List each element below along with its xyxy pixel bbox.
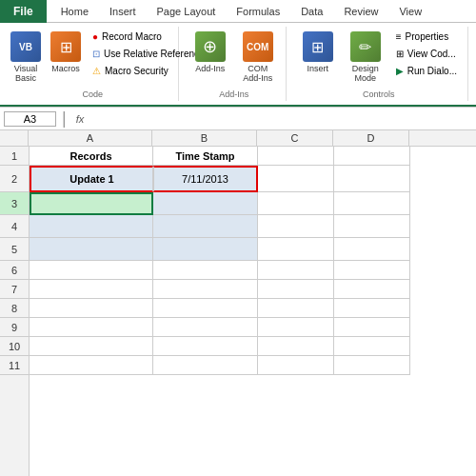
row-header-2[interactable]: 2 [0, 166, 29, 192]
cell-D3[interactable] [334, 192, 410, 215]
column-headers: A B C D [0, 130, 476, 147]
macros-button[interactable]: ⊞ Macros [48, 27, 84, 78]
table-row [30, 238, 476, 261]
cell-C10[interactable] [258, 337, 334, 356]
row-header-9[interactable]: 9 [0, 318, 29, 337]
cell-A10[interactable] [30, 337, 153, 356]
cell-D11[interactable] [334, 356, 410, 375]
properties-icon: ≡ [396, 31, 402, 42]
cell-C3[interactable] [258, 192, 334, 215]
cell-D10[interactable] [334, 337, 410, 356]
cell-A1[interactable]: Records [30, 147, 153, 166]
row-header-8[interactable]: 8 [0, 299, 29, 318]
cell-D1[interactable] [334, 147, 410, 166]
cell-B5[interactable] [153, 238, 258, 261]
visual-basic-button[interactable]: VB VisualBasic [8, 27, 44, 88]
run-dialog-label: Run Dialo... [407, 66, 457, 76]
com-add-ins-icon: COM [243, 31, 273, 62]
corner-spacer [0, 130, 29, 146]
cell-B8[interactable] [153, 299, 258, 318]
com-add-ins-button[interactable]: COM COMAdd-Ins [236, 27, 280, 88]
cell-C4[interactable] [258, 215, 334, 238]
col-header-C[interactable]: C [257, 130, 333, 146]
row-header-5[interactable]: 5 [0, 238, 29, 261]
cell-D2[interactable] [334, 166, 410, 192]
cell-B11[interactable] [153, 356, 258, 375]
cell-D4[interactable] [334, 215, 410, 238]
properties-button[interactable]: ≡ Properties [391, 29, 462, 45]
cell-B7[interactable] [153, 280, 258, 299]
file-tab[interactable]: File [0, 0, 47, 23]
row-header-3[interactable]: 3 [0, 192, 29, 215]
properties-label: Properties [406, 31, 449, 42]
cell-B10[interactable] [153, 337, 258, 356]
cell-A7[interactable] [30, 280, 153, 299]
cell-C7[interactable] [258, 280, 334, 299]
insert-button[interactable]: ⊞ Insert [296, 27, 340, 78]
cell-A4[interactable] [30, 215, 153, 238]
cell-reference-input[interactable] [4, 111, 56, 127]
run-dialog-button[interactable]: ▶ Run Dialo... [391, 63, 462, 79]
formula-input[interactable] [91, 112, 472, 126]
cell-B2[interactable]: 7/11/2013 [153, 166, 258, 192]
cell-B6[interactable] [153, 261, 258, 280]
fx-label: fx [72, 113, 89, 125]
com-add-ins-label: COMAdd-Ins [243, 64, 272, 83]
row-headers: 1 2 3 4 5 6 7 8 9 10 11 [0, 147, 30, 476]
row-header-4[interactable]: 4 [0, 215, 29, 238]
cell-C5[interactable] [258, 238, 334, 261]
cell-C8[interactable] [258, 299, 334, 318]
view-code-label: View Cod... [407, 49, 456, 59]
row-header-11[interactable]: 11 [0, 356, 29, 375]
cell-C1[interactable] [258, 147, 334, 166]
row-header-7[interactable]: 7 [0, 280, 29, 299]
cell-C11[interactable] [258, 356, 334, 375]
cell-B3[interactable] [153, 192, 258, 215]
tab-data[interactable]: Data [290, 0, 333, 22]
cell-D7[interactable] [334, 280, 410, 299]
cell-D5[interactable] [334, 238, 410, 261]
cell-C9[interactable] [258, 318, 334, 337]
cell-D8[interactable] [334, 299, 410, 318]
ribbon-group-addins: ⊕ Add-Ins COM COMAdd-Ins Add-Ins [183, 27, 287, 101]
col-header-D[interactable]: D [333, 130, 409, 146]
row-header-10[interactable]: 10 [0, 337, 29, 356]
table-row: Update 1 7/11/2013 [30, 166, 476, 192]
cell-A6[interactable] [30, 261, 153, 280]
cell-A11[interactable] [30, 356, 153, 375]
tab-review[interactable]: Review [333, 0, 388, 22]
controls-small-buttons: ≡ Properties ⊞ View Cod... ▶ Run Dialo..… [391, 27, 462, 79]
tab-view[interactable]: View [388, 0, 432, 22]
row-header-1[interactable]: 1 [0, 147, 29, 166]
cell-B9[interactable] [153, 318, 258, 337]
cell-D9[interactable] [334, 318, 410, 337]
cell-A5[interactable] [30, 238, 153, 261]
add-ins-button[interactable]: ⊕ Add-Ins [188, 27, 232, 78]
code-group-label: Code [8, 89, 178, 99]
cell-B4[interactable] [153, 215, 258, 238]
col-header-B[interactable]: B [152, 130, 257, 146]
row-header-6[interactable]: 6 [0, 261, 29, 280]
view-code-button[interactable]: ⊞ View Cod... [391, 46, 462, 62]
tab-page-layout[interactable]: Page Layout [147, 0, 227, 22]
formula-bar: | fx [0, 108, 476, 130]
tab-home[interactable]: Home [50, 0, 99, 22]
cell-A3[interactable] [30, 192, 153, 215]
cell-C6[interactable] [258, 261, 334, 280]
table-row [30, 318, 476, 337]
cell-A9[interactable] [30, 318, 153, 337]
spreadsheet: A B C D 1 2 3 4 5 6 7 8 9 10 11 [0, 130, 476, 476]
col-header-A[interactable]: A [29, 130, 152, 146]
tab-formulas[interactable]: Formulas [226, 0, 290, 22]
table-row [30, 337, 476, 356]
spreadsheet-body: 1 2 3 4 5 6 7 8 9 10 11 Records Time Sta… [0, 147, 476, 476]
cell-B1[interactable]: Time Stamp [153, 147, 258, 166]
ribbon-content: VB VisualBasic ⊞ Macros ● Record Macro [0, 23, 476, 107]
cell-C2[interactable] [258, 166, 334, 192]
cell-A2[interactable]: Update 1 [30, 166, 153, 192]
add-ins-icon: ⊕ [195, 31, 226, 62]
design-mode-button[interactable]: ✏ DesignMode [344, 27, 387, 88]
tab-insert[interactable]: Insert [99, 0, 147, 22]
cell-D6[interactable] [334, 261, 410, 280]
cell-A8[interactable] [30, 299, 153, 318]
